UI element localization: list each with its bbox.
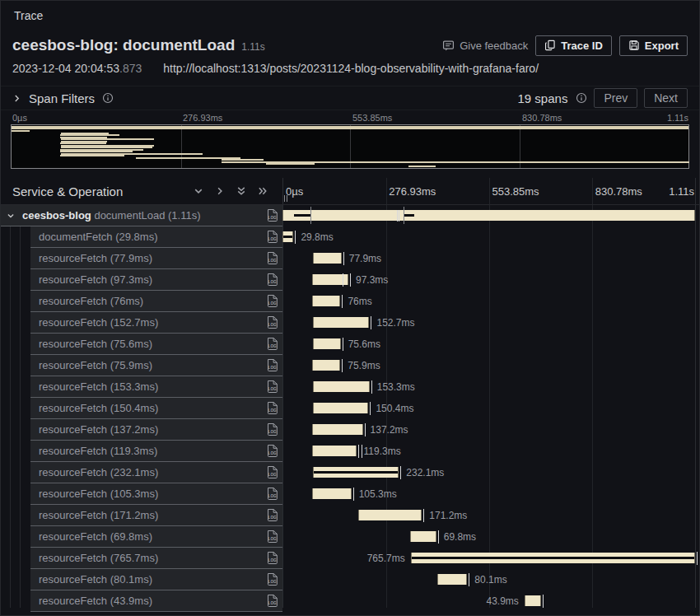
log-icon[interactable]: LOG [267,509,278,521]
chevron-down-icon[interactable] [7,212,15,220]
timeline-minimap[interactable] [11,124,689,169]
info-icon[interactable] [576,92,587,104]
span-row-label[interactable]: resourceFetch (80.1ms) LOG [30,569,282,590]
span-name: resourceFetch (75.9ms) [39,359,267,371]
chevron-down-icon[interactable] [194,186,203,196]
prev-span-button[interactable]: Prev [594,88,637,108]
span-bar[interactable] [312,296,340,306]
span-bar[interactable] [410,531,436,542]
span-row-label[interactable]: ceesbos-blog documentLoad (1.11s) LOG [1,205,282,226]
log-icon[interactable]: LOG [267,295,278,307]
span-row-label[interactable]: resourceFetch (77.9ms) LOG [30,248,282,269]
span-filters-toggle[interactable]: Span Filters [12,91,114,105]
span-bar[interactable] [525,595,541,606]
span-end-tick [400,466,401,479]
svg-text:LOG: LOG [268,387,277,391]
log-icon[interactable]: LOG [267,231,278,243]
log-icon[interactable]: LOG [267,402,278,414]
log-icon[interactable]: LOG [267,530,278,543]
span-row-label[interactable]: resourceFetch (119.3ms) LOG [30,441,282,462]
log-icon[interactable]: LOG [267,338,278,350]
span-bar[interactable] [312,360,340,371]
log-icon[interactable]: LOG [267,380,278,393]
span-timeline: 75.6ms [282,334,695,355]
next-span-button[interactable]: Next [644,88,688,108]
timeline-tick: 553.85ms [492,185,539,198]
minimap-span-bar [266,163,315,165]
log-icon[interactable]: LOG [267,316,278,329]
give-feedback-link[interactable]: Give feedback [442,40,528,52]
span-row-label[interactable]: documentFetch (29.8ms) LOG [30,226,282,248]
info-icon[interactable] [102,92,114,104]
log-icon[interactable]: LOG [267,595,278,607]
span-timeline: 152.7ms [282,312,695,334]
span-row-label[interactable]: resourceFetch (69.8ms) LOG [30,526,282,548]
service-operation-title: Service & Operation [12,184,123,198]
chevron-right-icon[interactable] [215,186,225,196]
log-icon[interactable]: LOG [267,273,278,286]
log-icon[interactable]: LOG [267,209,278,222]
span-end-tick [358,445,359,458]
log-icon[interactable]: LOG [267,423,278,436]
export-button[interactable]: Export [619,35,688,56]
span-row: resourceFetch (75.9ms) LOG 75.9ms [1,355,699,376]
span-bar[interactable] [437,574,467,585]
double-chevron-down-icon[interactable] [236,186,246,196]
span-timeline: 75.9ms [282,355,695,376]
log-icon[interactable]: LOG [267,488,278,500]
span-row-label[interactable]: resourceFetch (150.4ms) LOG [30,398,282,419]
span-bar[interactable] [313,317,370,328]
span-marker [404,207,404,224]
log-icon[interactable]: LOG [267,552,278,564]
span-bar[interactable] [312,424,363,435]
minimap-span-bar [12,130,30,132]
span-bar[interactable] [313,403,369,413]
critical-path-overlay [294,214,310,217]
log-icon[interactable]: LOG [267,573,278,586]
trace-timestamp: 2023-12-04 20:04:53.873 [12,62,142,75]
span-bar[interactable] [282,210,695,221]
span-row-label[interactable]: resourceFetch (232.1ms) LOG [30,462,282,483]
span-bar[interactable] [313,338,341,349]
span-row-label[interactable]: resourceFetch (765.7ms) LOG [30,548,282,569]
span-duration-label: 137.2ms [371,419,408,441]
log-icon[interactable]: LOG [267,359,278,371]
span-row-label[interactable]: resourceFetch (43.9ms) LOG [30,590,282,612]
svg-text:LOG: LOG [268,259,277,263]
span-row-label[interactable]: resourceFetch (171.2ms) LOG [30,505,282,526]
span-end-tick [423,509,424,522]
span-navigation: 19 spans Prev Next [518,88,688,108]
span-name: resourceFetch (152.7ms) [39,316,267,329]
svg-text:LOG: LOG [268,601,277,605]
log-icon[interactable]: LOG [267,445,278,457]
log-icon[interactable]: LOG [267,252,278,264]
span-row-label[interactable]: resourceFetch (137.2ms) LOG [30,419,282,441]
comment-icon [442,40,455,52]
span-row-label[interactable]: resourceFetch (76ms) LOG [30,291,282,312]
span-bar[interactable] [312,488,352,499]
span-row-label[interactable]: resourceFetch (75.6ms) LOG [30,334,282,355]
span-row: resourceFetch (77.9ms) LOG 77.9ms [1,248,699,269]
log-icon[interactable]: LOG [267,466,278,478]
span-bar[interactable] [313,253,342,264]
span-bar[interactable] [358,510,422,520]
span-duration-label: 75.9ms [348,355,380,376]
svg-text:LOG: LOG [268,494,277,498]
span-filters-label: Span Filters [29,91,95,105]
span-row-label[interactable]: resourceFetch (105.3ms) LOG [30,483,282,505]
span-end-tick [371,380,372,394]
double-chevron-right-icon[interactable] [258,186,268,196]
span-row: resourceFetch (105.3ms) LOG 105.3ms [1,483,699,505]
span-bar[interactable] [312,446,357,456]
span-row-label[interactable]: resourceFetch (75.9ms) LOG [30,355,282,376]
span-bar[interactable] [313,381,370,392]
span-row-label[interactable]: resourceFetch (152.7ms) LOG [30,312,282,334]
trace-id-button[interactable]: Trace ID [535,35,612,56]
span-row-label[interactable]: resourceFetch (153.3ms) LOG [30,376,282,398]
span-row-label[interactable]: resourceFetch (97.3ms) LOG [30,269,282,291]
trace-header: ceesbos-blog: documentLoad 1.11s Give fe… [1,34,699,57]
span-end-tick [365,423,366,436]
span-end-tick [362,445,362,458]
span-duration-label: 43.9ms [486,590,518,612]
span-timeline: 119.3ms [282,441,695,462]
